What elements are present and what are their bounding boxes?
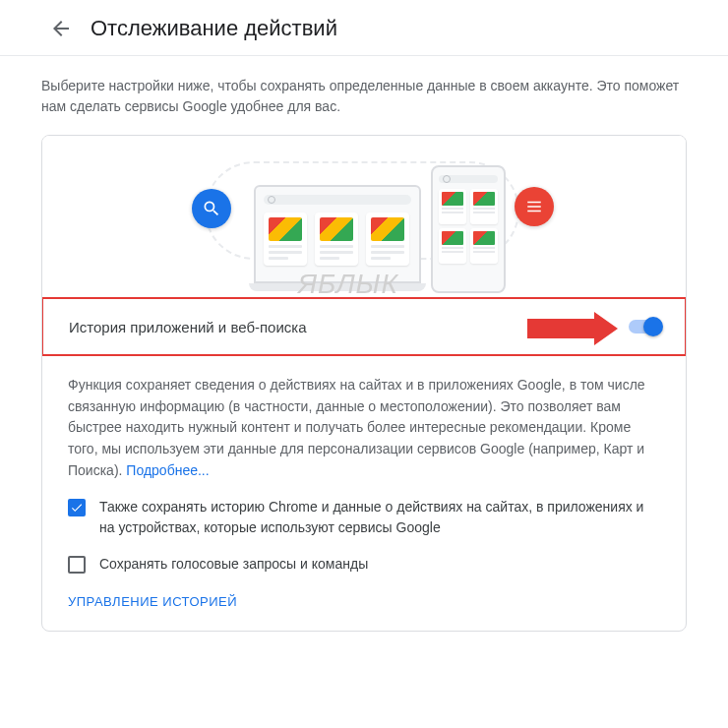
- checkbox-label: Также сохранять историю Chrome и данные …: [99, 497, 660, 538]
- checkbox-row-chrome: Также сохранять историю Chrome и данные …: [42, 485, 686, 542]
- watermark: ЯБЛЫК: [298, 269, 398, 300]
- activity-toggle[interactable]: [628, 317, 663, 336]
- search-icon: [192, 189, 231, 228]
- illustration: ЯБЛЫК: [42, 136, 686, 298]
- section-description: Функция сохраняет сведения о действиях н…: [42, 355, 686, 485]
- settings-card: ЯБЛЫК История приложений и веб-поиска Фу…: [41, 135, 687, 632]
- checkbox-label: Сохранять голосовые запросы и команды: [99, 554, 368, 575]
- toggle-label: История приложений и веб-поиска: [69, 319, 307, 335]
- voice-checkbox[interactable]: [68, 556, 86, 574]
- learn-more-link[interactable]: Подробнее...: [126, 462, 209, 478]
- page-header: Отслеживание действий: [0, 0, 728, 56]
- page-title: Отслеживание действий: [91, 16, 337, 41]
- back-arrow-icon[interactable]: [49, 17, 73, 40]
- chrome-history-checkbox[interactable]: [68, 499, 86, 516]
- checkbox-row-voice: Сохранять голосовые запросы и команды: [42, 542, 686, 578]
- web-app-activity-row: История приложений и веб-поиска: [41, 297, 687, 356]
- annotation-arrow: [527, 312, 618, 345]
- intro-text: Выберите настройки ниже, чтобы сохранять…: [0, 56, 728, 135]
- phone-illustration: [431, 165, 506, 293]
- list-icon: [515, 187, 554, 226]
- manage-history-link[interactable]: УПРАВЛЕНИЕ ИСТОРИЕЙ: [42, 578, 686, 631]
